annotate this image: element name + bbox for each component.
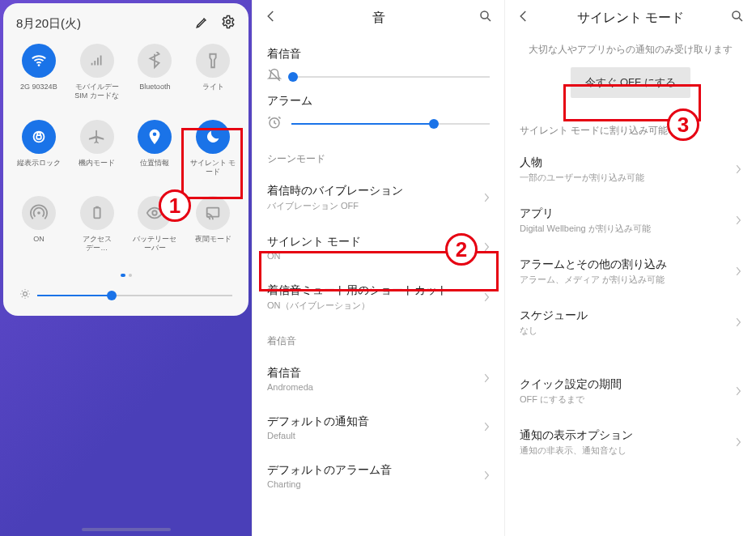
qs-tile-label: 機内モード bbox=[77, 159, 117, 168]
svg-rect-8 bbox=[207, 208, 219, 217]
silent-description: 大切な人やアプリからの通知のみ受け取ります bbox=[505, 36, 756, 67]
hotspot-icon bbox=[22, 196, 56, 230]
turn-off-now-button[interactable]: 今すぐ OFF にする bbox=[571, 67, 690, 98]
scene-row-0[interactable]: 着信時のバイブレーションバイブレーション OFF bbox=[253, 172, 504, 223]
back-icon[interactable] bbox=[516, 9, 531, 27]
ringtone-row-1[interactable]: デフォルトの通知音Default bbox=[253, 403, 504, 452]
svg-point-12 bbox=[733, 11, 740, 19]
edit-icon[interactable] bbox=[195, 15, 210, 32]
battery-icon bbox=[80, 196, 114, 230]
airplane-icon bbox=[80, 120, 114, 154]
chevron-right-icon bbox=[735, 436, 741, 450]
qs-tile-battery[interactable]: アクセス デー… bbox=[68, 193, 126, 262]
cast-icon bbox=[196, 196, 230, 230]
location-icon bbox=[138, 120, 172, 154]
rotate-lock-icon bbox=[22, 120, 56, 154]
chevron-right-icon bbox=[483, 240, 490, 255]
ringtone-row-0[interactable]: 着信音Andromeda bbox=[253, 355, 504, 403]
svg-point-1 bbox=[38, 64, 40, 66]
qs-tile-label: バッテリーセ ーバー bbox=[131, 235, 178, 253]
wifi-icon bbox=[22, 44, 56, 78]
sound-header: 音 bbox=[253, 0, 504, 36]
qs-tile-wifi[interactable]: 2G 90324B bbox=[10, 40, 68, 110]
row-subtitle: 一部のユーザーが割り込み可能 bbox=[520, 172, 728, 184]
qs-tile-airplane[interactable]: 機内モード bbox=[68, 117, 126, 186]
silent-header: サイレント モード bbox=[505, 0, 756, 36]
search-icon[interactable] bbox=[730, 9, 745, 27]
interrupt-row-2[interactable]: アラームとその他の割り込みアラーム、メディア が割り込み可能 bbox=[505, 246, 756, 297]
qs-tile-location[interactable]: 位置情報 bbox=[126, 117, 185, 186]
sound-settings-panel: 音 着信音 アラーム シーンモード 着信時のバイブレーショ bbox=[252, 0, 504, 536]
row-title: デフォルトのアラーム音 bbox=[267, 463, 477, 478]
svg-rect-5 bbox=[94, 208, 100, 219]
scene-row-2[interactable]: 着信音ミュート用のショートカットON（バイブレーション） bbox=[253, 272, 504, 323]
bell-off-icon bbox=[267, 68, 282, 86]
interrupt-row-3[interactable]: スケジュールなし bbox=[505, 297, 756, 348]
quick-settings-header: 8月20日(火) bbox=[10, 15, 242, 40]
silent-title: サイレント モード bbox=[577, 10, 684, 27]
flashlight-icon bbox=[196, 44, 230, 78]
other-row-1[interactable]: 通知の表示オプション通知の非表示、通知音なし bbox=[505, 417, 756, 468]
qs-tile-signal[interactable]: モバイルデー SIM カードな bbox=[68, 40, 126, 110]
chevron-right-icon bbox=[735, 163, 741, 177]
row-title: アプリ bbox=[520, 206, 728, 221]
qs-tile-label: Bluetooth bbox=[138, 83, 172, 91]
row-subtitle: アラーム、メディア が割り込み可能 bbox=[520, 274, 728, 286]
interrupt-row-1[interactable]: アプリDigital Wellbeing が割り込み可能 bbox=[505, 195, 756, 246]
row-subtitle: ON bbox=[267, 251, 477, 261]
moon-icon bbox=[196, 120, 230, 154]
quick-settings-grid: 2G 90324Bモバイルデー SIM カードなBluetoothライト縦表示ロ… bbox=[10, 40, 242, 262]
ringtone-row-2[interactable]: デフォルトのアラーム音Charting bbox=[253, 452, 504, 500]
qs-tile-eye[interactable]: バッテリーセ ーバー bbox=[126, 193, 185, 262]
date-label: 8月20日(火) bbox=[16, 16, 81, 32]
ringtone-slider[interactable] bbox=[291, 76, 490, 78]
row-subtitle: Default bbox=[267, 431, 477, 440]
search-icon[interactable] bbox=[478, 9, 493, 27]
chevron-right-icon bbox=[735, 385, 741, 399]
row-subtitle: Andromeda bbox=[267, 382, 477, 392]
alarm-slider[interactable] bbox=[291, 123, 490, 125]
scene-row-1[interactable]: サイレント モードON bbox=[253, 223, 504, 272]
row-subtitle: OFF にするまで bbox=[520, 393, 728, 406]
chevron-right-icon bbox=[483, 469, 490, 483]
row-subtitle: なし bbox=[520, 325, 728, 337]
row-title: 着信音 bbox=[267, 366, 477, 381]
row-title: スケジュール bbox=[520, 308, 728, 323]
row-subtitle: Charting bbox=[267, 479, 477, 489]
brightness-low-icon bbox=[19, 288, 31, 303]
chevron-right-icon bbox=[483, 372, 490, 386]
eye-icon bbox=[138, 196, 172, 230]
qs-tile-hotspot[interactable]: ON bbox=[10, 193, 68, 262]
svg-point-10 bbox=[481, 11, 488, 19]
qs-tile-rotate-lock[interactable]: 縦表示ロック bbox=[10, 117, 68, 186]
bluetooth-icon bbox=[138, 44, 172, 78]
qs-tile-label: 夜間モード bbox=[193, 235, 233, 244]
qs-tile-bluetooth[interactable]: Bluetooth bbox=[126, 40, 185, 110]
brightness-slider[interactable] bbox=[37, 295, 232, 296]
quick-settings-card: 8月20日(火) 2G 90324Bモバイルデー SIM カードなBluetoo… bbox=[3, 3, 248, 316]
page-dots bbox=[10, 266, 242, 280]
row-subtitle: Digital Wellbeing が割り込み可能 bbox=[520, 223, 728, 235]
qs-tile-flashlight[interactable]: ライト bbox=[184, 40, 242, 110]
home-handle bbox=[82, 528, 171, 531]
qs-tile-cast[interactable]: 夜間モード bbox=[184, 193, 242, 262]
ringtone-section: 着信音 bbox=[253, 323, 504, 355]
row-title: 通知の表示オプション bbox=[520, 428, 728, 443]
chevron-right-icon bbox=[735, 316, 741, 330]
sound-title: 音 bbox=[372, 10, 385, 27]
qs-tile-label: 2G 90324B bbox=[19, 83, 59, 91]
svg-point-4 bbox=[37, 211, 40, 215]
row-title: サイレント モード bbox=[267, 235, 477, 249]
qs-tile-moon[interactable]: サイレント モ ード bbox=[184, 117, 242, 186]
qs-tile-label: 位置情報 bbox=[138, 159, 171, 168]
row-title: デフォルトの通知音 bbox=[267, 415, 477, 429]
back-icon[interactable] bbox=[264, 9, 278, 27]
chevron-right-icon bbox=[735, 265, 741, 279]
interrupt-row-0[interactable]: 人物一部のユーザーが割り込み可能 bbox=[505, 144, 756, 195]
qs-tile-label: サイレント モ ード bbox=[189, 159, 238, 177]
svg-point-0 bbox=[227, 20, 231, 24]
scene-mode-section: シーンモード bbox=[253, 141, 504, 172]
gear-icon[interactable] bbox=[221, 15, 236, 32]
row-subtitle: 通知の非表示、通知音なし bbox=[520, 445, 728, 457]
other-row-0[interactable]: クイック設定の期間OFF にするまで bbox=[505, 366, 756, 417]
